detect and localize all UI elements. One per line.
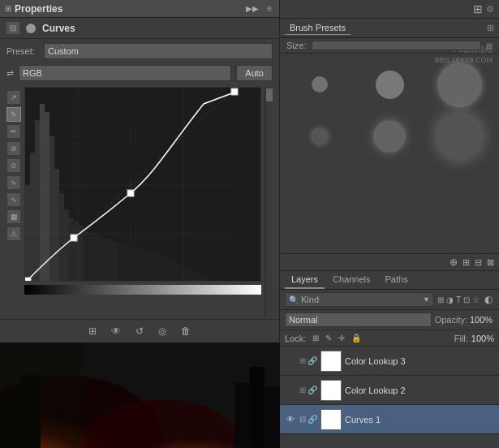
curves-graph-container[interactable]: [24, 87, 261, 316]
filter-icon-image[interactable]: ⊞: [437, 295, 444, 304]
brush-item-4[interactable]: [311, 127, 329, 145]
layer-item-color-lookup-3[interactable]: ⊞ 🔗 Color Lookup 3: [280, 347, 499, 376]
brush-settings-icon[interactable]: ⊞: [487, 23, 494, 33]
filter-icon-adjust[interactable]: ◑: [446, 295, 454, 304]
tab-channels[interactable]: Channels: [326, 271, 376, 289]
layers-filter-row: 🔍 Kind ▼ ⊞ ◑ T ⊡ ☆ ◐: [280, 290, 499, 310]
lock-icon-move[interactable]: ✛: [337, 333, 346, 343]
separator-icon3[interactable]: ⊟: [475, 257, 482, 268]
svg-rect-6: [25, 185, 30, 282]
kind-label: Kind: [301, 295, 319, 304]
opacity-label: Opacity:: [435, 315, 467, 325]
filter-icons: ⊞ ◑ T ⊡ ☆: [437, 295, 480, 304]
svg-rect-9: [40, 104, 45, 282]
layer-item-color-lookup-2[interactable]: ⊞ 🔗 Color Lookup 2: [280, 376, 499, 405]
preset-select[interactable]: Custom Default: [44, 43, 273, 59]
kind-arrow: ▼: [423, 295, 430, 304]
svg-rect-46: [127, 190, 134, 196]
filter-icon-type[interactable]: T: [456, 295, 461, 304]
kind-search[interactable]: 🔍 Kind ▼: [285, 292, 434, 307]
preset-label: Preset:: [6, 46, 39, 56]
svg-rect-28: [132, 248, 137, 282]
svg-rect-55: [250, 367, 265, 448]
svg-rect-34: [161, 256, 166, 282]
expand-icon[interactable]: ▶▶: [243, 3, 261, 14]
main-layout: ⊞ Properties ▶▶ ≡ ⊟ Curves Preset: Custo…: [0, 0, 499, 448]
tool-line[interactable]: ∿: [6, 175, 21, 190]
opacity-value[interactable]: 100%: [470, 315, 494, 325]
separator-icon4[interactable]: ⊠: [487, 257, 494, 268]
tab-paths[interactable]: Paths: [379, 271, 415, 289]
channel-select[interactable]: RGB Red Green Blue: [19, 65, 231, 81]
panel-icon1: ⊞: [473, 2, 483, 15]
separator-icon1[interactable]: ⊕: [450, 256, 458, 268]
layer-link-icon3: 🔗: [308, 415, 317, 424]
properties-title: ⊞ Properties: [5, 3, 62, 15]
left-panel: ⊞ Properties ▶▶ ≡ ⊟ Curves Preset: Custo…: [0, 0, 280, 448]
svg-rect-24: [113, 242, 118, 282]
brush-item-1[interactable]: [312, 76, 328, 93]
svg-rect-11: [49, 136, 54, 282]
tool-pencil[interactable]: ✏: [6, 124, 21, 139]
right-scrollbar[interactable]: [265, 87, 273, 316]
lock-icon-pixels[interactable]: ⊞: [311, 333, 320, 343]
curves-tool-undo[interactable]: ↺: [132, 324, 147, 338]
lock-row: Lock: ⊞ ✎ ✛ 🔒 Fill: 100%: [280, 330, 499, 347]
curves-tool-add[interactable]: ⊞: [85, 324, 100, 338]
layer-curves-icon: ⊟: [299, 415, 306, 424]
tool-eyedropper2[interactable]: ⊙: [6, 158, 21, 173]
curves-tool-delete[interactable]: 🗑: [178, 324, 194, 338]
auto-button[interactable]: Auto: [236, 65, 273, 81]
filter-icon-smart[interactable]: ☆: [472, 295, 480, 304]
tool-histogram[interactable]: ▦: [6, 209, 21, 224]
curves-tool-view[interactable]: ◎: [155, 324, 170, 338]
tool-eyedropper[interactable]: ⊘: [6, 141, 21, 156]
tool-warning[interactable]: ⚠: [6, 226, 21, 241]
preset-select-wrapper: Custom Default: [44, 43, 273, 59]
tool-curve[interactable]: ∿: [6, 192, 21, 207]
brush-item-2[interactable]: [376, 71, 404, 99]
background-image-svg: [0, 342, 280, 448]
header-controls: ▶▶ ≡: [243, 3, 274, 14]
curves-bottom-tools: ⊞ 👁 ↺ ◎ 🗑: [0, 319, 279, 342]
size-slider[interactable]: [312, 41, 481, 50]
filter-icon-shape[interactable]: ⊡: [463, 295, 470, 304]
blend-mode-select[interactable]: Normal Multiply Screen Overlay: [285, 312, 432, 327]
layer-item-curves-1[interactable]: 👁 ⊟ 🔗 Curves 1: [280, 405, 499, 434]
menu-icon[interactable]: ≡: [265, 3, 274, 14]
brush-presets-tab[interactable]: Brush Presets: [285, 21, 351, 35]
svg-rect-54: [235, 383, 252, 448]
fill-value[interactable]: 100%: [471, 334, 494, 343]
fill-row: Fill: 100%: [454, 334, 494, 343]
channel-select-wrapper: RGB Red Green Blue: [19, 65, 231, 81]
svg-rect-16: [74, 222, 79, 282]
svg-rect-26: [123, 245, 127, 282]
svg-rect-18: [84, 230, 88, 282]
svg-rect-38: [181, 266, 186, 282]
svg-rect-43: [205, 276, 210, 282]
filter-toggle[interactable]: ◐: [483, 294, 494, 305]
svg-rect-13: [59, 193, 64, 282]
brush-item-3[interactable]: [437, 62, 482, 107]
curves-graph-wrapper: ↗ ✎ ✏ ⊘ ⊙ ∿ ∿ ▦ ⚠: [0, 85, 279, 319]
canvas-area: [0, 342, 280, 448]
lock-icon-fill[interactable]: ✎: [324, 333, 333, 343]
blend-mode-select-wrap: Normal Multiply Screen Overlay: [285, 312, 432, 327]
tool-pen[interactable]: ✎: [6, 107, 21, 122]
curves-tool-eye[interactable]: 👁: [108, 324, 124, 338]
separator-icon2[interactable]: ⊞: [462, 257, 470, 268]
layer-visibility-3[interactable]: 👁: [285, 414, 296, 425]
svg-rect-32: [152, 252, 157, 282]
search-icon: 🔍: [289, 295, 299, 304]
tab-layers[interactable]: Layers: [285, 271, 325, 289]
lock-label: Lock:: [285, 334, 306, 343]
brush-presets-icons: ⊞: [487, 23, 494, 33]
layers-tabs: Layers Channels Paths: [280, 271, 499, 290]
watermark-area: PS数程论坛 BBS.16XX8.COM Size: ⊞: [280, 38, 499, 253]
properties-panel-title: Properties: [15, 3, 62, 15]
tool-pointer[interactable]: ↗: [6, 90, 21, 105]
curves-left-tools: ↗ ✎ ✏ ⊘ ⊙ ∿ ∿ ▦ ⚠: [6, 87, 21, 316]
lock-icon-all[interactable]: 🔒: [350, 333, 363, 343]
brush-item-6[interactable]: [435, 112, 484, 161]
brush-item-5[interactable]: [373, 120, 406, 153]
